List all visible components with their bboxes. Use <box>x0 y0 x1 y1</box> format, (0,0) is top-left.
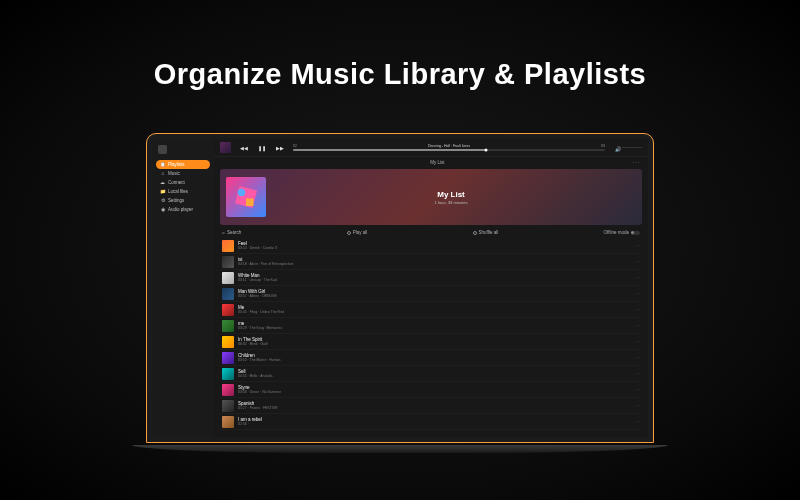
audio-player-icon: ◉ <box>160 207 165 212</box>
track-meta: 06:02 · Brink · God! <box>238 342 631 346</box>
playlist-actions: ⌕ Search Play all Shuffle all Offline mo… <box>214 227 648 238</box>
sidebar-item-label: Audio player <box>168 207 193 212</box>
sidebar-item-music[interactable]: ♫Music <box>156 169 210 178</box>
volume-slider[interactable] <box>622 147 642 149</box>
track-art <box>222 272 234 284</box>
track-info: Styne03:03 · Drone · No Summer <box>238 385 631 394</box>
volume-control[interactable]: 🔊 <box>615 146 642 150</box>
sidebar-item-label: Connect <box>168 180 185 185</box>
sidebar-item-connect[interactable]: ☁Connect <box>156 178 210 187</box>
offline-label: Offline mode <box>604 230 629 235</box>
laptop-mockup: 📋Playlists♫Music☁Connect📁Local files⚙Set… <box>146 133 654 453</box>
playlist-hero: My List 1 hour, 33 minutes <box>220 169 642 225</box>
page-headline: Organize Music Library & Playlists <box>154 58 646 91</box>
track-art <box>222 368 234 380</box>
track-meta: 03:24 · Demih · Combo X <box>238 246 631 250</box>
track-info: Me05:45 · Fling · Unbro The Red <box>238 305 631 314</box>
offline-toggle[interactable]: Offline mode <box>604 230 640 235</box>
track-info: I am a rebel02:56 · <box>238 417 631 426</box>
playback-controls: ◀◀ ❚❚ ▶▶ <box>241 145 283 151</box>
track-row[interactable]: In The Spirit06:02 · Brink · God!··· <box>220 334 642 350</box>
track-info: In The Spirit06:02 · Brink · God! <box>238 337 631 346</box>
track-info: me03:29 · The King · Memories <box>238 321 631 330</box>
track-row[interactable]: Children03:10 · The Maitre · Human··· <box>220 350 642 366</box>
track-info: Spanish01:27 · Foxins · FESTIVE <box>238 401 631 410</box>
track-more-button[interactable]: ··· <box>635 355 640 360</box>
shuffle-all-label: Shuffle all <box>479 230 499 235</box>
track-row[interactable]: Me05:45 · Fling · Unbro The Red··· <box>220 302 642 318</box>
track-art <box>222 304 234 316</box>
sidebar-item-audio-player[interactable]: ◉Audio player <box>156 205 210 214</box>
connect-icon: ☁ <box>160 180 165 185</box>
track-meta: 03:29 · The King · Memories <box>238 326 631 330</box>
track-info: ist04:18 · Alicin · Port of Retrospectiv… <box>238 257 631 266</box>
track-info: Man With Girl03:57 · Allenn · DENUSE <box>238 289 631 298</box>
track-more-button[interactable]: ··· <box>635 419 640 424</box>
track-info: White Man03:11 · Jessup · The Kad <box>238 273 631 282</box>
track-art <box>222 400 234 412</box>
svg-rect-2 <box>246 199 254 207</box>
track-info: Feel03:24 · Demih · Combo X <box>238 241 631 250</box>
playlist-duration: 1 hour, 33 minutes <box>266 200 636 205</box>
track-row[interactable]: me03:29 · The King · Memories··· <box>220 318 642 334</box>
sidebar: 📋Playlists♫Music☁Connect📁Local files⚙Set… <box>152 139 214 437</box>
play-icon <box>347 231 351 235</box>
playlist-title: My List <box>266 190 636 199</box>
track-more-button[interactable]: ··· <box>635 403 640 408</box>
track-info: Children03:10 · The Maitre · Human <box>238 353 631 362</box>
track-row[interactable]: Sell04:55 · Bella · Analalis··· <box>220 366 642 382</box>
now-playing-art[interactable] <box>220 142 231 153</box>
play-all-label: Play all <box>353 230 368 235</box>
sidebar-item-local-files[interactable]: 📁Local files <box>156 187 210 196</box>
shuffle-all-button[interactable]: Shuffle all <box>473 230 499 235</box>
progress-slider[interactable] <box>293 149 605 151</box>
track-more-button[interactable]: ··· <box>635 259 640 264</box>
track-row[interactable]: Feel03:24 · Demih · Combo X··· <box>220 238 642 254</box>
volume-icon: 🔊 <box>615 146 619 150</box>
sidebar-item-playlists[interactable]: 📋Playlists <box>156 160 210 169</box>
track-row[interactable]: Styne03:03 · Drone · No Summer··· <box>220 382 642 398</box>
app-logo[interactable] <box>158 145 167 154</box>
playlist-breadcrumb: My List ··· <box>214 157 648 167</box>
track-more-button[interactable]: ··· <box>635 387 640 392</box>
track-more-button[interactable]: ··· <box>635 291 640 296</box>
next-button[interactable]: ▶▶ <box>277 145 283 151</box>
track-more-button[interactable]: ··· <box>635 243 640 248</box>
track-meta: 01:27 · Foxins · FESTIVE <box>238 406 631 410</box>
sidebar-item-label: Settings <box>168 198 184 203</box>
settings-icon: ⚙ <box>160 198 165 203</box>
laptop-base <box>132 445 668 453</box>
screen-frame: 📋Playlists♫Music☁Connect📁Local files⚙Set… <box>146 133 654 443</box>
track-row[interactable]: Man With Girl03:57 · Allenn · DENUSE··· <box>220 286 642 302</box>
sidebar-item-label: Music <box>168 171 180 176</box>
track-more-button[interactable]: ··· <box>635 275 640 280</box>
playlist-cover-art[interactable] <box>226 177 266 217</box>
track-row[interactable]: I am a rebel02:56 ···· <box>220 414 642 430</box>
app-screen: 📋Playlists♫Music☁Connect📁Local files⚙Set… <box>152 139 648 437</box>
prev-button[interactable]: ◀◀ <box>241 145 247 151</box>
time-total: 03 <box>601 144 605 148</box>
track-row[interactable]: ist04:18 · Alicin · Port of Retrospectiv… <box>220 254 642 270</box>
track-row[interactable]: White Man03:11 · Jessup · The Kad··· <box>220 270 642 286</box>
track-more-button[interactable]: ··· <box>635 323 640 328</box>
track-row[interactable]: Spanish01:27 · Foxins · FESTIVE··· <box>220 398 642 414</box>
track-art <box>222 416 234 428</box>
track-meta: 05:45 · Fling · Unbro The Red <box>238 310 631 314</box>
track-meta: 03:10 · The Maitre · Human <box>238 358 631 362</box>
search-icon: ⌕ <box>222 230 225 235</box>
track-more-button[interactable]: ··· <box>635 371 640 376</box>
pause-button[interactable]: ❚❚ <box>259 145 265 151</box>
track-meta: 04:55 · Bella · Analalis <box>238 374 631 378</box>
search-action[interactable]: ⌕ Search <box>222 230 241 235</box>
track-more-button[interactable]: ··· <box>635 339 640 344</box>
play-all-button[interactable]: Play all <box>347 230 368 235</box>
track-more-button[interactable]: ··· <box>635 307 640 312</box>
sidebar-item-settings[interactable]: ⚙Settings <box>156 196 210 205</box>
track-art <box>222 240 234 252</box>
playlist-name-small: My List <box>430 160 444 165</box>
main-panel: ◀◀ ❚❚ ▶▶ 02 Dancing - Hall · Fault Lines… <box>214 139 648 437</box>
track-info: Sell04:55 · Bella · Analalis <box>238 369 631 378</box>
track-meta: 03:11 · Jessup · The Kad <box>238 278 631 282</box>
toggle-switch[interactable] <box>631 231 640 235</box>
playlist-more-button[interactable]: ··· <box>633 159 640 165</box>
